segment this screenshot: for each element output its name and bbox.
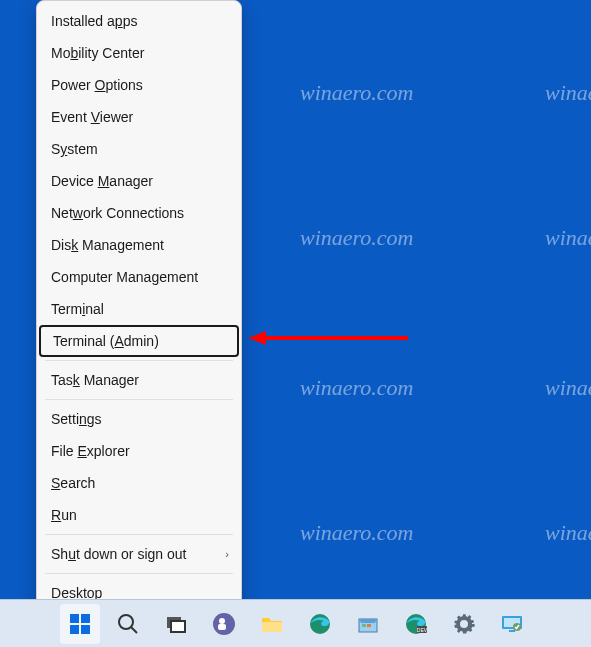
menu-item-computer-management[interactable]: Computer Management — [37, 261, 241, 293]
svg-rect-4 — [70, 625, 79, 634]
watermark: winaero.com — [545, 375, 591, 401]
menu-item-label: Task Manager — [51, 372, 139, 388]
arrow-annotation — [248, 330, 408, 346]
menu-separator — [45, 573, 233, 574]
menu-item-terminal-admin[interactable]: Terminal (Admin) — [39, 325, 239, 357]
taskbar-edge-dev[interactable]: DEV — [396, 604, 436, 644]
menu-separator — [45, 399, 233, 400]
taskbar-file-explorer[interactable] — [252, 604, 292, 644]
menu-item-installed-apps[interactable]: Installed apps — [37, 5, 241, 37]
menu-item-label: Event Viewer — [51, 109, 133, 125]
menu-item-label: Device Manager — [51, 173, 153, 189]
watermark: winaero.com — [300, 225, 413, 251]
watermark: winaero.com — [545, 80, 591, 106]
menu-item-label: Installed apps — [51, 13, 137, 29]
menu-separator — [45, 534, 233, 535]
svg-rect-16 — [362, 624, 366, 627]
menu-item-device-manager[interactable]: Device Manager — [37, 165, 241, 197]
menu-item-label: Run — [51, 507, 77, 523]
menu-item-event-viewer[interactable]: Event Viewer — [37, 101, 241, 133]
taskbar-remote-app[interactable] — [492, 604, 532, 644]
svg-rect-17 — [367, 624, 371, 627]
menu-item-power-options[interactable]: Power Options — [37, 69, 241, 101]
svg-rect-12 — [218, 624, 226, 630]
svg-text:DEV: DEV — [416, 626, 427, 632]
menu-item-label: File Explorer — [51, 443, 130, 459]
chevron-right-icon: › — [225, 538, 229, 570]
menu-item-label: Search — [51, 475, 95, 491]
taskbar: DEV — [0, 599, 591, 647]
svg-point-6 — [119, 615, 133, 629]
menu-item-label: Disk Management — [51, 237, 164, 253]
menu-item-label: Shut down or sign out — [51, 546, 186, 562]
svg-line-7 — [131, 627, 137, 633]
menu-item-run[interactable]: Run — [37, 499, 241, 531]
watermark: winaero.com — [545, 520, 591, 546]
menu-item-search[interactable]: Search — [37, 467, 241, 499]
svg-rect-5 — [81, 625, 90, 634]
menu-item-label: Terminal — [51, 301, 104, 317]
menu-item-label: Mobility Center — [51, 45, 144, 61]
watermark: winaero.com — [300, 375, 413, 401]
svg-rect-3 — [81, 614, 90, 623]
menu-item-system[interactable]: System — [37, 133, 241, 165]
svg-rect-9 — [171, 621, 185, 632]
svg-point-11 — [219, 618, 225, 624]
taskbar-search[interactable] — [108, 604, 148, 644]
menu-item-mobility-center[interactable]: Mobility Center — [37, 37, 241, 69]
menu-item-file-explorer[interactable]: File Explorer — [37, 435, 241, 467]
menu-item-label: Network Connections — [51, 205, 184, 221]
taskbar-store-app[interactable] — [348, 604, 388, 644]
taskbar-teams[interactable] — [204, 604, 244, 644]
menu-item-label: Computer Management — [51, 269, 198, 285]
menu-separator — [45, 360, 233, 361]
menu-item-shut-down-or-sign-out[interactable]: Shut down or sign out› — [37, 538, 241, 570]
menu-item-label: Terminal (Admin) — [53, 333, 159, 349]
menu-item-label: Power Options — [51, 77, 143, 93]
svg-rect-13 — [262, 622, 282, 632]
taskbar-settings[interactable] — [444, 604, 484, 644]
taskbar-edge[interactable] — [300, 604, 340, 644]
watermark: winaero.com — [300, 520, 413, 546]
winx-context-menu[interactable]: Installed appsMobility CenterPower Optio… — [36, 0, 242, 614]
menu-item-network-connections[interactable]: Network Connections — [37, 197, 241, 229]
taskbar-task-view[interactable] — [156, 604, 196, 644]
menu-item-terminal[interactable]: Terminal — [37, 293, 241, 325]
menu-item-settings[interactable]: Settings — [37, 403, 241, 435]
menu-item-label: System — [51, 141, 98, 157]
menu-item-label: Settings — [51, 411, 102, 427]
menu-item-task-manager[interactable]: Task Manager — [37, 364, 241, 396]
menu-item-disk-management[interactable]: Disk Management — [37, 229, 241, 261]
svg-rect-23 — [509, 630, 515, 632]
watermark: winaero.com — [545, 225, 591, 251]
svg-rect-2 — [70, 614, 79, 623]
watermark: winaero.com — [300, 80, 413, 106]
taskbar-start[interactable] — [60, 604, 100, 644]
svg-marker-1 — [248, 331, 266, 345]
